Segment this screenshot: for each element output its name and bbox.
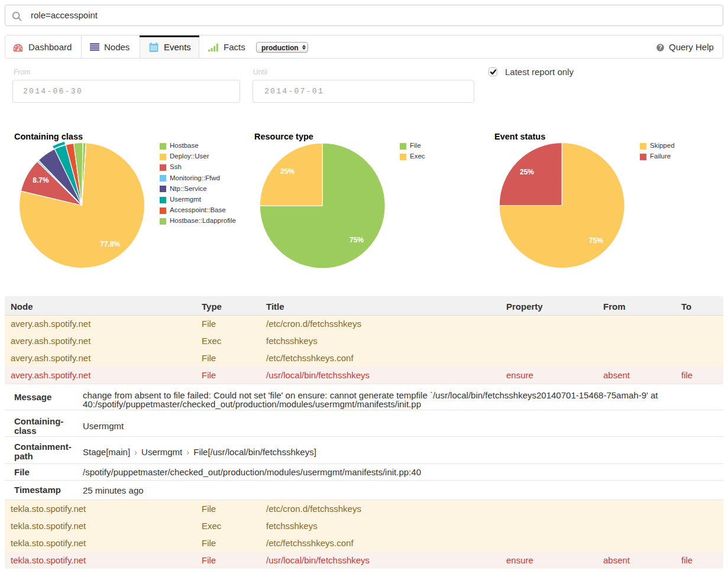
svg-text:25%: 25%: [520, 168, 534, 176]
svg-text:8.7%: 8.7%: [33, 176, 49, 184]
svg-text:75%: 75%: [589, 236, 603, 245]
svg-text:25%: 25%: [280, 167, 295, 176]
svg-text:75%: 75%: [350, 236, 364, 244]
svg-text:77.8%: 77.8%: [100, 240, 120, 248]
svg-text:?: ?: [658, 44, 662, 51]
